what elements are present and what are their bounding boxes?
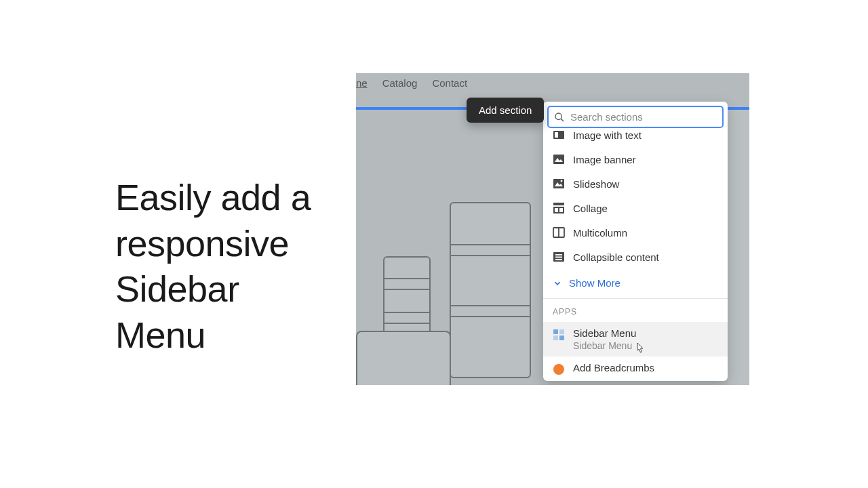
show-more-label: Show More — [569, 277, 620, 289]
section-item-label: Collapsible content — [573, 251, 659, 263]
svg-point-0 — [555, 113, 561, 119]
store-nav: ne Catalog Contact — [356, 77, 467, 89]
app-block-icon — [553, 329, 565, 341]
svg-rect-9 — [553, 203, 564, 205]
app-breadcrumbs-icon — [553, 363, 565, 375]
nav-catalog[interactable]: Catalog — [382, 77, 418, 89]
svg-rect-19 — [553, 329, 558, 334]
nav-home[interactable]: ne — [356, 77, 368, 89]
section-item-image-with-text[interactable]: Image with text — [543, 123, 728, 147]
svg-rect-20 — [559, 329, 564, 334]
image-icon — [553, 153, 565, 165]
svg-rect-17 — [555, 257, 562, 258]
slideshow-icon — [553, 178, 565, 190]
section-item-label: Multicolumn — [573, 227, 627, 239]
section-item-collage[interactable]: Collage — [543, 196, 728, 220]
section-item-label: Collage — [573, 203, 608, 214]
section-item-slideshow[interactable]: Slideshow — [543, 171, 728, 196]
section-type-list: Image with text Image banner Slideshow C… — [543, 132, 728, 270]
bg-illustration — [450, 202, 531, 378]
svg-rect-4 — [553, 155, 564, 164]
collapsible-icon — [553, 251, 565, 263]
show-more-button[interactable]: Show More — [543, 270, 728, 298]
section-item-multicolumn[interactable]: Multicolumn — [543, 220, 728, 245]
collage-icon — [553, 202, 565, 214]
nav-contact[interactable]: Contact — [432, 77, 467, 89]
section-item-collapsible[interactable]: Collapsible content — [543, 245, 728, 269]
promo-headline: Easily add a responsive Sidebar Menu — [115, 175, 339, 358]
apps-header: APPS — [543, 299, 728, 322]
section-item-label: Slideshow — [573, 178, 619, 190]
section-item-label: Image banner — [573, 154, 636, 165]
section-item-label: Image with text — [573, 129, 642, 141]
svg-rect-18 — [555, 259, 562, 260]
svg-point-8 — [561, 180, 563, 182]
svg-rect-21 — [553, 336, 558, 340]
app-item-subtitle: Sidebar Menu — [573, 340, 636, 351]
app-item-title: Add Breadcrumbs — [573, 362, 654, 373]
svg-rect-16 — [555, 254, 562, 256]
svg-line-1 — [561, 119, 564, 121]
svg-point-23 — [553, 364, 564, 375]
editor-screenshot: ne Catalog Contact Add section Image wit… — [356, 73, 749, 385]
add-section-tooltip: Add section — [467, 98, 544, 123]
svg-rect-3 — [555, 132, 558, 138]
search-icon — [554, 112, 565, 123]
chevron-down-icon — [553, 279, 562, 288]
image-text-icon — [553, 129, 565, 141]
bg-illustration — [356, 331, 451, 385]
section-item-image-banner[interactable]: Image banner — [543, 147, 728, 171]
app-item-title: Sidebar Menu — [573, 327, 636, 339]
svg-rect-22 — [559, 336, 564, 340]
svg-rect-6 — [553, 179, 564, 188]
columns-icon — [553, 226, 565, 239]
section-picker-popover: Image with text Image banner Slideshow C… — [543, 102, 728, 381]
bg-illustration — [728, 110, 749, 385]
svg-rect-11 — [555, 208, 558, 212]
app-add-breadcrumbs[interactable]: Add Breadcrumbs — [543, 357, 728, 381]
search-input[interactable] — [570, 111, 717, 123]
svg-rect-12 — [559, 208, 563, 212]
pointer-cursor-icon — [634, 342, 645, 357]
